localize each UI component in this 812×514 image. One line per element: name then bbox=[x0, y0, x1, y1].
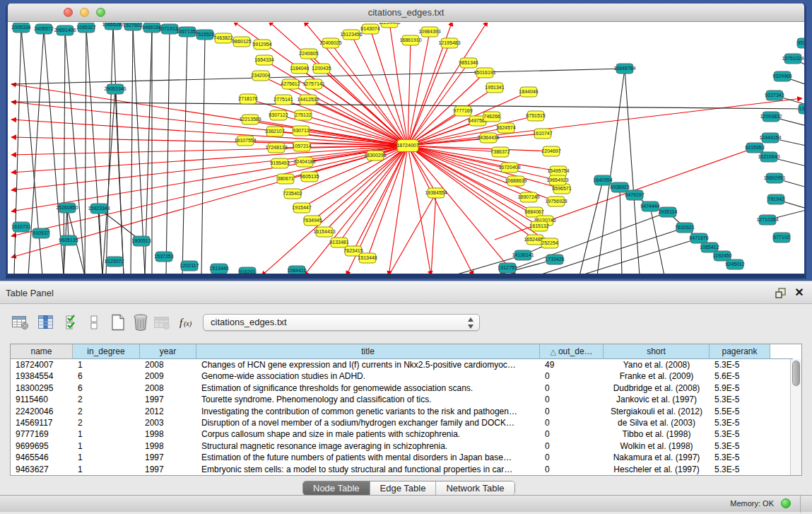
cell-out-de-[interactable]: 0 bbox=[540, 428, 604, 440]
cell-pagerank[interactable]: 5.3E-5 bbox=[710, 359, 770, 370]
cell-year[interactable]: 2008 bbox=[140, 382, 196, 394]
cell-pagerank[interactable]: 5.3E-5 bbox=[710, 394, 770, 405]
cell-out-de-[interactable]: 0 bbox=[540, 394, 604, 405]
tab-node-table[interactable]: Node Table bbox=[303, 481, 370, 495]
column-header-in-degree[interactable]: in_degree bbox=[73, 344, 140, 359]
cell-short[interactable]: Dudbridge et al. (2008) bbox=[604, 382, 710, 394]
table-row[interactable]: 1456911722003Disruption of a novel membe… bbox=[11, 417, 790, 428]
cell-title[interactable]: Estimation of significance thresholds fo… bbox=[196, 382, 540, 394]
cell-in-degree[interactable]: 6 bbox=[73, 382, 140, 394]
cell-short[interactable]: de Silva et al. (2003) bbox=[604, 417, 710, 428]
table-row[interactable]: 977716911998Corpus callosum shape and si… bbox=[11, 428, 790, 440]
cell-short[interactable]: Jankovic et al. (1997) bbox=[604, 394, 710, 405]
memory-ok-indicator-icon[interactable] bbox=[781, 498, 791, 508]
cell-pagerank[interactable]: 5.9E-5 bbox=[710, 382, 770, 394]
table-row[interactable]: 946554611997Estimation of the future num… bbox=[11, 452, 790, 463]
column-header-name[interactable]: name bbox=[11, 344, 73, 359]
cell-in-degree[interactable]: 1 bbox=[73, 464, 140, 475]
cell-title[interactable]: Corpus callosum shape and size in male p… bbox=[196, 428, 540, 440]
cell-year[interactable]: 2003 bbox=[140, 417, 196, 428]
cell-year[interactable]: 1998 bbox=[140, 440, 196, 452]
cell-pagerank[interactable]: 5.3E-5 bbox=[710, 464, 770, 475]
cell-year[interactable]: 2012 bbox=[140, 406, 196, 417]
column-header-out-de-[interactable]: △out_de… bbox=[540, 344, 604, 359]
cell-in-degree[interactable]: 2 bbox=[73, 394, 140, 405]
cell-name[interactable]: 9115460 bbox=[11, 394, 73, 405]
cell-short[interactable]: Wolkin et al. (1998) bbox=[604, 440, 710, 452]
function-builder-button[interactable]: f (x) bbox=[177, 311, 198, 334]
table-row[interactable]: 969969511998Structural magnetic resonanc… bbox=[11, 440, 790, 452]
close-icon[interactable]: ✕ bbox=[793, 286, 806, 300]
cell-title[interactable]: Estimation of the future numbers of pati… bbox=[196, 452, 540, 463]
cell-title[interactable]: Disruption of a novel member of a sodium… bbox=[196, 417, 540, 428]
cell-name[interactable]: 19384554 bbox=[11, 370, 73, 382]
window-titlebar[interactable]: citations_edges.txt bbox=[8, 4, 804, 22]
table-row[interactable]: 1830029562008Estimation of significance … bbox=[11, 382, 790, 394]
cell-in-degree[interactable]: 6 bbox=[73, 370, 140, 382]
cell-title[interactable]: Structural magnetic resonance image aver… bbox=[196, 440, 540, 452]
table-row[interactable]: 1938455462009Genome-wide association stu… bbox=[11, 370, 790, 382]
cell-pagerank[interactable]: 5.6E-5 bbox=[710, 370, 770, 382]
cell-pagerank[interactable]: 5.3E-5 bbox=[710, 452, 770, 463]
cell-out-de-[interactable]: 0 bbox=[540, 440, 604, 452]
cell-name[interactable]: 9777169 bbox=[11, 428, 73, 440]
cell-short[interactable]: Stergiakouli et al. (2012) bbox=[604, 406, 710, 417]
cell-name[interactable]: 18300295 bbox=[11, 382, 73, 394]
cell-title[interactable]: Changes of HCN gene expression and I(f) … bbox=[196, 359, 540, 370]
table-row[interactable]: 1872400712008Changes of HCN gene express… bbox=[11, 359, 790, 370]
cell-out-de-[interactable]: 0 bbox=[540, 406, 604, 417]
cell-title[interactable]: Tourette syndrome. Phenomenology and cla… bbox=[196, 394, 540, 405]
scrollbar-thumb[interactable] bbox=[792, 361, 800, 386]
column-settings-button[interactable] bbox=[10, 311, 31, 334]
vertical-scrollbar[interactable] bbox=[790, 359, 801, 475]
cell-year[interactable]: 1998 bbox=[140, 428, 196, 440]
cell-title[interactable]: Embryonic stem cells: a model to study s… bbox=[196, 464, 540, 475]
cell-name[interactable]: 9463627 bbox=[11, 464, 73, 475]
cell-name[interactable]: 22420046 bbox=[11, 406, 73, 417]
cell-out-de-[interactable]: 49 bbox=[540, 359, 604, 370]
cell-title[interactable]: Genome-wide association studies in ADHD. bbox=[196, 370, 540, 382]
cell-title[interactable]: Investigating the contribution of common… bbox=[196, 406, 540, 417]
table-row[interactable]: 2242004622012Investigating the contribut… bbox=[11, 406, 790, 417]
cell-year[interactable]: 1997 bbox=[140, 464, 196, 475]
cell-pagerank[interactable]: 5.5E-5 bbox=[710, 406, 770, 417]
cell-short[interactable]: Nakamura et al. (1997) bbox=[604, 452, 710, 463]
node-attribute-table[interactable]: namein_degreeyeartitle△out_de…shortpager… bbox=[10, 344, 802, 476]
tab-edge-table[interactable]: Edge Table bbox=[370, 481, 437, 495]
cell-name[interactable]: 9465546 bbox=[11, 452, 73, 463]
cell-out-de-[interactable]: 0 bbox=[540, 417, 604, 428]
new-column-button[interactable] bbox=[107, 311, 129, 334]
cell-in-degree[interactable]: 1 bbox=[73, 428, 140, 440]
cell-name[interactable]: 9699695 bbox=[11, 440, 73, 452]
column-header-year[interactable]: year bbox=[140, 344, 196, 359]
table-select-dropdown[interactable]: citations_edges.txt bbox=[203, 314, 480, 331]
cell-in-degree[interactable]: 2 bbox=[73, 417, 140, 428]
delete-table-button[interactable] bbox=[151, 311, 172, 334]
cell-out-de-[interactable]: 0 bbox=[540, 464, 604, 475]
column-header-pagerank[interactable]: pagerank bbox=[710, 344, 770, 359]
cell-year[interactable]: 2009 bbox=[140, 370, 196, 382]
cell-year[interactable]: 1997 bbox=[140, 452, 196, 463]
cell-short[interactable]: Tibbo et al. (1998) bbox=[604, 428, 710, 440]
column-header-title[interactable]: title bbox=[196, 344, 540, 359]
cell-year[interactable]: 2008 bbox=[140, 359, 196, 370]
cell-name[interactable]: 18724007 bbox=[11, 359, 73, 370]
deselect-all-button[interactable] bbox=[83, 311, 105, 334]
cell-pagerank[interactable]: 5.3E-5 bbox=[710, 428, 770, 440]
float-window-icon[interactable] bbox=[774, 286, 788, 299]
cell-short[interactable]: Franke et al. (2009) bbox=[604, 370, 710, 382]
cell-in-degree[interactable]: 1 bbox=[73, 452, 140, 463]
show-selected-columns-button[interactable] bbox=[35, 311, 57, 334]
cell-in-degree[interactable]: 1 bbox=[73, 359, 140, 370]
cell-out-de-[interactable]: 0 bbox=[540, 382, 604, 394]
tab-network-table[interactable]: Network Table bbox=[436, 481, 514, 495]
table-row[interactable]: 946362711997Embryonic stem cells: a mode… bbox=[11, 464, 790, 475]
cell-pagerank[interactable]: 5.3E-5 bbox=[710, 440, 770, 452]
cell-out-de-[interactable]: 0 bbox=[540, 370, 604, 382]
select-all-button[interactable] bbox=[62, 311, 83, 334]
cell-pagerank[interactable]: 5.3E-5 bbox=[710, 417, 770, 428]
cell-in-degree[interactable]: 2 bbox=[73, 406, 140, 417]
cell-year[interactable]: 1997 bbox=[140, 394, 196, 405]
network-canvas[interactable]: 1872400722406051184046427561227751418307… bbox=[8, 23, 804, 274]
cell-short[interactable]: Yano et al. (2008) bbox=[604, 359, 710, 370]
